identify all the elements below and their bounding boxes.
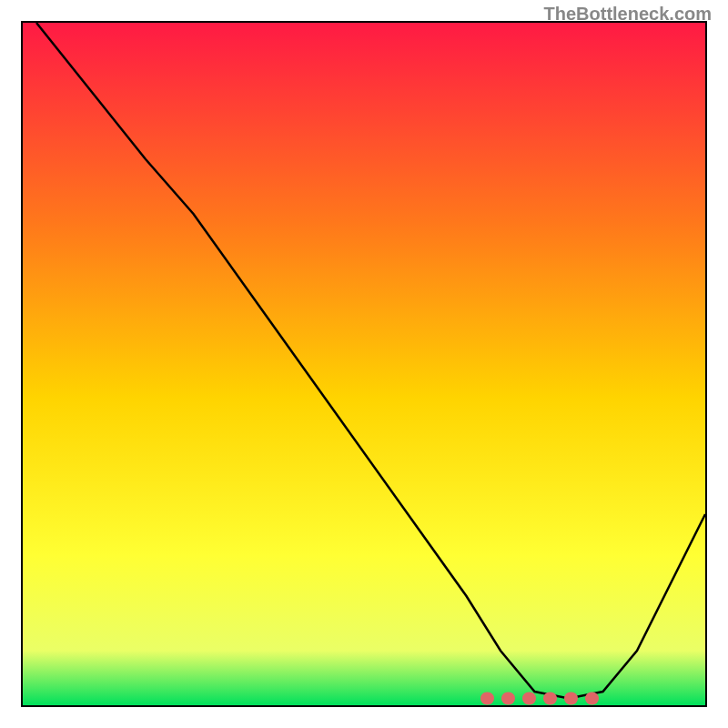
watermark-text: TheBottleneck.com	[544, 4, 712, 25]
chart-svg	[23, 23, 705, 705]
gradient-background	[23, 23, 705, 705]
chart-plot-area	[21, 21, 707, 707]
